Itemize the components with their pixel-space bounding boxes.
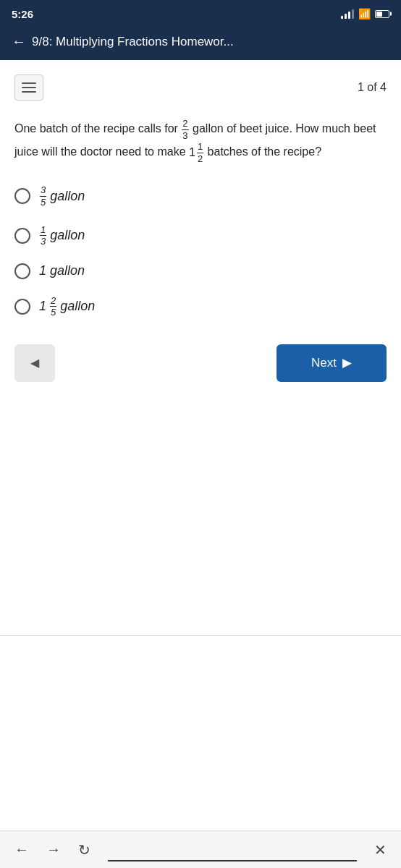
hamburger-icon	[22, 87, 36, 88]
menu-button[interactable]	[14, 75, 43, 101]
next-arrow-icon: ▶	[342, 355, 352, 370]
wifi-icon: 📶	[358, 8, 371, 20]
status-bar: 5:26 📶	[0, 0, 401, 26]
browser-toolbar: ← → ↻ ✕	[0, 830, 401, 868]
question-text-before: One batch of the recipe calls for	[14, 122, 181, 135]
back-button[interactable]: ←	[12, 33, 26, 50]
header-title: 9/8: Multiplying Fractions Homewor...	[32, 35, 234, 49]
radio-option-1[interactable]	[14, 188, 30, 204]
hamburger-icon	[22, 91, 36, 93]
radio-option-2[interactable]	[14, 228, 30, 244]
question-counter: 1 of 4	[358, 81, 387, 94]
status-time: 5:26	[12, 8, 33, 20]
fraction-2-3: 23	[182, 118, 188, 141]
option-3[interactable]: 1 gallon	[14, 263, 387, 279]
fraction-1-3: 1 3	[40, 224, 46, 247]
fraction-1-2: 12	[197, 141, 203, 164]
radio-option-4[interactable]	[14, 299, 30, 315]
answer-options: 3 5 gallon 1 3 gallon 1 gallon	[14, 184, 387, 318]
status-icons: 📶	[341, 8, 389, 20]
option-1-label: 3 5 gallon	[39, 184, 85, 208]
browser-reload-button[interactable]: ↻	[78, 841, 90, 859]
radio-option-3[interactable]	[14, 263, 30, 279]
option-2-label: 1 3 gallon	[39, 224, 85, 247]
option-3-label: 1 gallon	[39, 263, 85, 278]
question-text-end: batches of the recipe?	[204, 146, 321, 158]
hamburger-icon	[22, 82, 36, 84]
browser-url-bar[interactable]	[108, 838, 357, 861]
main-content: 1 of 4 One batch of the recipe calls for…	[0, 60, 401, 635]
mixed-number-1-half: 112	[189, 141, 204, 164]
prev-button[interactable]: ◀	[14, 344, 55, 382]
prev-arrow-icon: ◀	[30, 356, 39, 370]
option-2[interactable]: 1 3 gallon	[14, 224, 387, 247]
option-4-label: 1 2 5 gallon	[39, 295, 95, 318]
next-button[interactable]: Next ▶	[277, 344, 387, 382]
next-button-label: Next	[311, 356, 337, 370]
fraction-2-5: 2 5	[50, 295, 56, 318]
browser-forward-button[interactable]: →	[46, 841, 61, 858]
top-bar: 1 of 4	[14, 75, 387, 101]
header: ← 9/8: Multiplying Fractions Homewor...	[0, 26, 401, 60]
navigation-buttons: ◀ Next ▶	[14, 344, 387, 382]
browser-close-button[interactable]: ✕	[374, 841, 387, 859]
fraction-3-5: 3 5	[40, 184, 46, 208]
option-1[interactable]: 3 5 gallon	[14, 184, 387, 208]
battery-icon	[375, 10, 389, 18]
browser-back-button[interactable]: ←	[14, 841, 29, 858]
question-text: One batch of the recipe calls for 23 gal…	[14, 118, 387, 164]
signal-icon	[341, 9, 354, 19]
option-4[interactable]: 1 2 5 gallon	[14, 295, 387, 318]
